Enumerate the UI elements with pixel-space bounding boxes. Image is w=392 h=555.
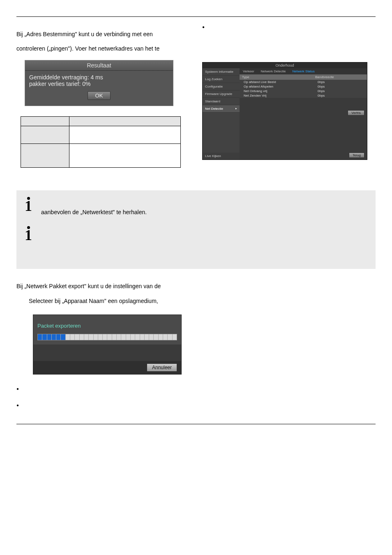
col-header-type: Type (240, 74, 313, 80)
table-cell (21, 117, 69, 126)
back-button[interactable]: Terug (349, 153, 364, 158)
cell-type: Net Ontvang vrij (240, 89, 315, 93)
info-text-1: aanbevolen de „Netwerktest" te herhalen. (41, 199, 147, 215)
table-cell (69, 144, 181, 168)
table-cell (21, 144, 69, 168)
cell-type: Op afstand Live Beeld (240, 80, 315, 84)
sidebar-item-default[interactable]: Standaard (203, 98, 240, 105)
result-dialog: Resultaat Gemiddelde vertraging: 4 ms pa… (25, 60, 173, 106)
result-dialog-title: Resultaat (25, 60, 173, 71)
progress-bar (37, 334, 177, 340)
top-rule (16, 16, 376, 17)
bullet-icon: ● (202, 25, 376, 29)
tab-net-status[interactable]: Netwerk Status (289, 68, 318, 74)
panel-sidebar: Systeem Informatie Log Zoeken Configurat… (203, 68, 240, 160)
cell-bw: 0bps (315, 89, 367, 93)
tab-traffic[interactable]: Verkeer (240, 68, 258, 74)
section2-line2: Selecteer bij „Apparaat Naam" een opslag… (29, 296, 376, 306)
cancel-button[interactable]: Annuleer (147, 363, 177, 372)
intro-line2: controleren („pingen"). Voer het netwerk… (16, 44, 190, 54)
sidebar-item-netdetect[interactable]: Net Detectie ▸ (203, 105, 240, 113)
bullet-icon: ● (16, 403, 19, 407)
sidebar-item-sysinfo[interactable]: Systeem Informatie (203, 68, 240, 76)
sidebar-item-firmware[interactable]: Firmware Upgrade (203, 90, 240, 98)
sidebar-item-log[interactable]: Log Zoeken (203, 76, 240, 83)
result-line2: pakker verlies tarief: 0% (29, 81, 169, 87)
sidebar-item-config[interactable]: Configuratie (203, 83, 240, 90)
info-icon: 1 (25, 199, 41, 215)
table-row: Op afstand Afspelen 0bps (240, 84, 367, 89)
cell-bw: 0bps (315, 85, 367, 88)
cell-type: Op afstand Afspelen (240, 85, 315, 88)
col-header-bandwidth: Bandbreedte (313, 74, 367, 80)
table-cell (69, 126, 181, 144)
cell-bw: 0bps (315, 94, 367, 97)
sidebar-item-label: Net Detectie (205, 107, 223, 111)
cell-type: Net Zenden Vrij (240, 94, 315, 97)
table-cell (69, 117, 181, 126)
result-dialog-body: Gemiddelde vertraging: 4 ms pakker verli… (25, 71, 173, 106)
network-status-panel: Onderhoud Systeem Informatie Log Zoeken … (202, 62, 367, 160)
table-row: Op afstand Live Beeld 0bps (240, 80, 367, 84)
doc-table (21, 116, 181, 168)
table-cell (21, 126, 69, 144)
chevron-right-icon: ▸ (235, 107, 237, 110)
tab-net-detect[interactable]: Netwerk Detectie (258, 68, 289, 74)
ok-button[interactable]: OK (88, 91, 111, 100)
sidebar-item-live[interactable]: Live Kijken (203, 153, 240, 160)
result-line1: Gemiddelde vertraging: 4 ms (29, 74, 169, 81)
section2-line1: Bij „Netwerk Pakket export" kunt u de in… (16, 281, 376, 291)
bottom-rule (16, 424, 376, 424)
cell-bw: 0bps (315, 80, 367, 84)
table-row: Net Zenden Vrij 0bps (240, 93, 367, 98)
panel-title: Onderhoud (203, 62, 367, 68)
packet-export-dialog: Packet exporteren Annuleer (33, 314, 182, 375)
info-box: 1 aanbevolen de „Netwerktest" te herhale… (16, 190, 376, 269)
refresh-button[interactable]: Verfris (348, 110, 364, 116)
intro-line1: Bij „Adres Bestemming" kunt u de verbind… (16, 29, 190, 39)
bullet-icon: ● (16, 387, 19, 391)
packet-dialog-title: Packet exporteren (33, 321, 181, 332)
info-icon: 1 (25, 228, 41, 244)
table-row: Net Ontvang vrij 0bps (240, 89, 367, 93)
